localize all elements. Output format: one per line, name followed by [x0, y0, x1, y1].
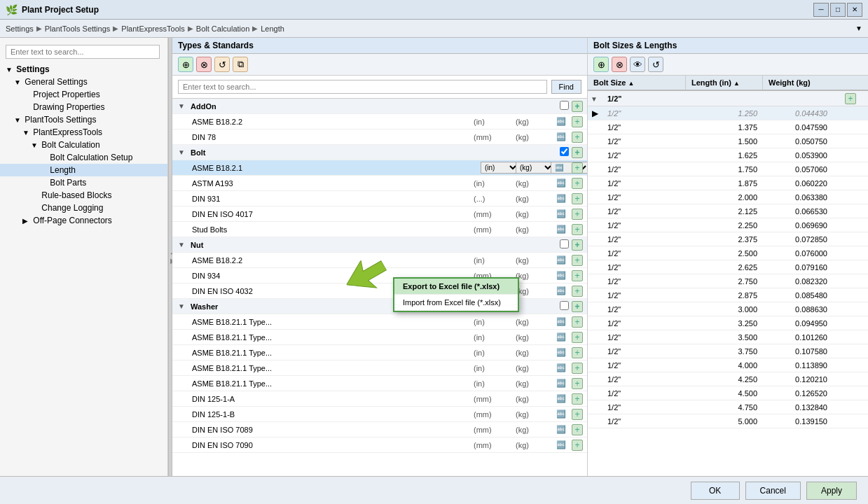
row-asme-washer-2[interactable]: ASME B18.21.1 Type...(in)(kg)🔤+ — [172, 330, 587, 345]
sidebar-item-bolt-calculation[interactable]: ▼ Bolt Calculation — [0, 139, 167, 151]
bolt-row-9[interactable]: 1/2"2.3750.072850 — [588, 232, 868, 246]
row-asme-b18-addon[interactable]: ASME B18.2.2 (in) (kg) 🔤 + — [172, 114, 587, 130]
bolt-row-16[interactable]: 1/2"3.5000.101260 — [588, 330, 868, 344]
washer-checkbox[interactable] — [560, 301, 569, 310]
right-add-button[interactable]: ⊕ — [593, 57, 609, 72]
bolt-row-18[interactable]: 1/2"4.0000.113890 — [588, 358, 868, 372]
minimize-button[interactable]: ─ — [813, 3, 829, 17]
breadcrumb-bolt-calc[interactable]: Bolt Calculation — [196, 24, 249, 33]
apply-button[interactable]: Apply — [806, 482, 857, 500]
row-asme-washer-5[interactable]: ASME B18.21.1 Type...(in)(kg)🔤+ — [172, 376, 587, 391]
sidebar-item-bolt-parts[interactable]: Bolt Parts — [0, 176, 167, 189]
washer5-add-btn[interactable]: + — [572, 378, 583, 389]
row-stud-bolts[interactable]: Stud Bolts (mm) (kg) 🔤 + — [172, 222, 587, 237]
sidebar-item-general-settings[interactable]: ▼ General Settings — [0, 76, 167, 88]
sidebar-item-drawing-properties[interactable]: Drawing Properties — [0, 101, 167, 113]
group-bolt[interactable]: ▼ Bolt + — [172, 145, 587, 160]
bolt-row-7[interactable]: 1/2"2.1250.066530 — [588, 204, 868, 218]
bolt-row-4[interactable]: 1/2"1.7500.057060 — [588, 162, 868, 176]
bolt-row-11[interactable]: 1/2"2.6250.079160 — [588, 260, 868, 274]
nut-checkbox[interactable] — [560, 239, 569, 248]
washer1-add-btn[interactable]: + — [572, 316, 583, 328]
sidebar-item-project-properties[interactable]: Project Properties — [0, 88, 167, 101]
din7089-add-btn[interactable]: + — [572, 424, 583, 435]
bolt-row-6[interactable]: 1/2"2.0000.063380 — [588, 190, 868, 204]
row-asme-b18-2-1[interactable]: ASME B18.2.1 (in)(mm) (kg)(lb) 🔤 + — [172, 160, 587, 176]
context-menu-import[interactable]: Import from Excel file (*.xlsx) — [394, 295, 518, 311]
header-weight[interactable]: Weight (kg) — [763, 76, 833, 90]
bolt-row-20[interactable]: 1/2"4.5000.126520 — [588, 386, 868, 400]
sidebar-search-input[interactable] — [6, 45, 160, 59]
group-expand-icon[interactable]: ▼ — [591, 95, 598, 103]
bolt-row-17[interactable]: 1/2"3.7500.107580 — [588, 344, 868, 358]
context-menu-export[interactable]: Export to Excel file (*.xlsx) — [394, 279, 518, 295]
refresh-button[interactable]: ↺ — [214, 57, 230, 72]
cancel-button[interactable]: Cancel — [745, 482, 801, 500]
right-remove-button[interactable]: ⊗ — [612, 57, 627, 72]
din125a-add-btn[interactable]: + — [572, 393, 583, 405]
asme-nut-add-btn[interactable]: + — [572, 255, 583, 266]
half-inch-add-btn[interactable]: + — [845, 93, 856, 104]
din125b-add-btn[interactable]: + — [572, 409, 583, 420]
sidebar-item-planttools-settings[interactable]: ▼ PlantTools Settings — [0, 113, 167, 126]
row-din-125-1b[interactable]: DIN 125-1-B(mm)(kg)🔤+ — [172, 407, 587, 422]
bolt-add-btn[interactable]: + — [572, 147, 583, 158]
row-din-125-1a[interactable]: DIN 125-1-A(mm)(kg)🔤+ — [172, 391, 587, 407]
bolt-row-1[interactable]: 1/2"1.3750.047590 — [588, 120, 868, 134]
row-astm-a193[interactable]: ASTM A193 (in) (kg) 🔤 + — [172, 176, 587, 191]
find-button[interactable]: Find — [551, 80, 581, 94]
breadcrumb-expresstools[interactable]: PlantExpressTools — [121, 24, 185, 33]
bolt-row-3[interactable]: 1/2"1.6250.053900 — [588, 148, 868, 162]
astm-add-btn[interactable]: + — [572, 178, 583, 189]
washer-add-btn[interactable]: + — [572, 301, 583, 312]
add-button[interactable]: ⊕ — [178, 57, 193, 72]
bolt-row-21[interactable]: 1/2"4.7500.132840 — [588, 400, 868, 414]
bolt-row-10[interactable]: 1/2"2.5000.076000 — [588, 246, 868, 260]
bolt-checkbox[interactable] — [560, 147, 569, 156]
bolt-row-14[interactable]: 1/2"3.0000.088630 — [588, 302, 868, 316]
sidebar-item-bolt-calculation-setup[interactable]: Bolt Calculation Setup — [0, 151, 167, 164]
din78-add-btn[interactable]: + — [572, 132, 583, 143]
maximize-button[interactable]: □ — [830, 3, 846, 17]
asme-addon-add-btn[interactable]: + — [572, 116, 583, 127]
sidebar-item-plantexpresstools[interactable]: ▼ PlantExpressTools — [0, 126, 167, 139]
bolt-row-5[interactable]: 1/2"1.8750.060220 — [588, 176, 868, 190]
din4017-add-btn[interactable]: + — [572, 209, 583, 220]
bolt-row-8[interactable]: 1/2"2.2500.069690 — [588, 218, 868, 232]
bolt-row-12[interactable]: 1/2"2.7500.082320 — [588, 274, 868, 288]
row-asme-washer-3[interactable]: ASME B18.21.1 Type...(in)(kg)🔤+ — [172, 345, 587, 360]
stud-add-btn[interactable]: + — [572, 224, 583, 235]
row-din78[interactable]: DIN 78 (mm) (kg) 🔤 + — [172, 130, 587, 145]
right-eye-button[interactable]: 👁 — [630, 57, 645, 72]
breadcrumb-settings[interactable]: Settings — [6, 24, 34, 33]
din4032-add-btn[interactable]: + — [572, 286, 583, 297]
washer3-add-btn[interactable]: + — [572, 347, 583, 358]
washer4-add-btn[interactable]: + — [572, 363, 583, 374]
search-input[interactable] — [178, 80, 547, 94]
asme-b18-add-btn[interactable]: + — [572, 162, 583, 174]
asme-unit-select[interactable]: (in)(mm) — [481, 162, 519, 174]
group-addon[interactable]: ▼ AddOn + — [172, 99, 587, 114]
bolt-row-22[interactable]: 1/2"5.0000.139150 — [588, 414, 868, 428]
din7090-add-btn[interactable]: + — [572, 440, 583, 451]
bolt-row-half-1.250[interactable]: ▶ 1/2" 1.250 0.044430 — [588, 106, 868, 120]
row-asme-washer-4[interactable]: ASME B18.21.1 Type...(in)(kg)🔤+ — [172, 360, 587, 376]
row-din-en-iso-7089[interactable]: DIN EN ISO 7089(mm)(kg)🔤+ — [172, 422, 587, 438]
row-din931[interactable]: DIN 931 (...) (kg) 🔤 + — [172, 191, 587, 206]
din931-add-btn[interactable]: + — [572, 193, 583, 204]
row-din-en-iso-4017[interactable]: DIN EN ISO 4017 (mm) (kg) 🔤 + — [172, 206, 587, 222]
washer2-add-btn[interactable]: + — [572, 332, 583, 343]
sidebar-item-settings[interactable]: ▼ Settings — [0, 63, 167, 76]
addon-checkbox[interactable] — [560, 101, 569, 110]
sidebar-item-change-logging[interactable]: Change Logging — [0, 202, 167, 214]
bolt-row-13[interactable]: 1/2"2.8750.085480 — [588, 288, 868, 302]
bolt-group-half-inch[interactable]: ▼ 1/2" + — [588, 91, 868, 106]
sidebar-item-rule-based-blocks[interactable]: Rule-based Blocks — [0, 189, 167, 202]
din934-add-btn[interactable]: + — [572, 270, 583, 281]
bolt-row-19[interactable]: 1/2"4.2500.120210 — [588, 372, 868, 386]
header-length[interactable]: Length (in) ▲ — [686, 76, 763, 90]
breadcrumb-dropdown-icon[interactable]: ▼ — [855, 24, 862, 32]
row-din-en-iso-7090[interactable]: DIN EN ISO 7090(mm)(kg)🔤+ — [172, 438, 587, 453]
ok-button[interactable]: OK — [691, 482, 740, 500]
bolt-row-15[interactable]: 1/2"3.2500.094950 — [588, 316, 868, 330]
